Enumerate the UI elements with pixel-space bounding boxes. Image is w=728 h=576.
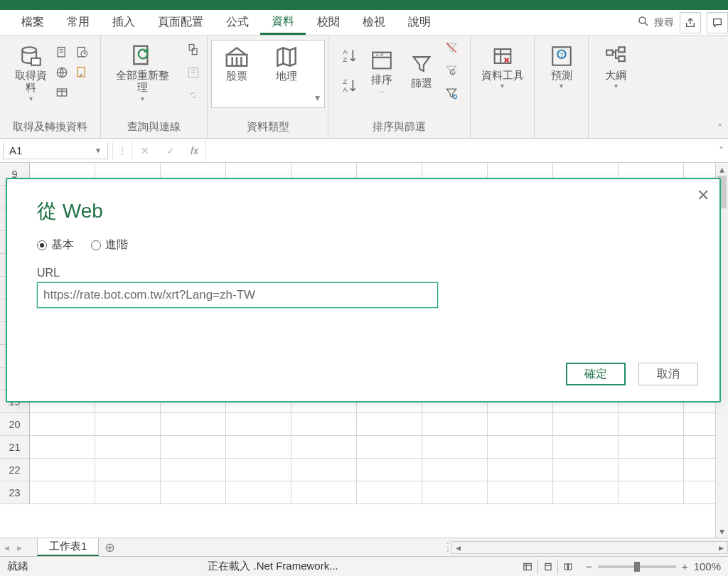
row-header[interactable]: 22 xyxy=(0,459,30,481)
status-ready: 就緒 xyxy=(7,560,28,573)
svg-rect-44 xyxy=(619,47,625,52)
svg-text:A: A xyxy=(343,48,348,55)
svg-point-0 xyxy=(639,17,646,23)
svg-rect-49 xyxy=(545,563,551,570)
data-types-expand[interactable]: ▾ xyxy=(311,41,324,107)
queries-icon[interactable] xyxy=(186,42,201,58)
outline-button[interactable]: 大綱 ▾ xyxy=(598,40,633,92)
filter-button[interactable]: 篩選 xyxy=(404,48,439,92)
tab-formulas[interactable]: 公式 xyxy=(215,10,260,35)
group-label-transform: 取得及轉換資料 xyxy=(13,117,87,137)
group-label-queries: 查詢與連線 xyxy=(127,117,181,137)
view-page-layout-button[interactable] xyxy=(537,560,557,574)
radio-advanced[interactable]: 進階 xyxy=(91,238,128,252)
svg-rect-46 xyxy=(524,563,532,570)
status-bar: 就緒 正在載入 .Net Framework... − + 100% xyxy=(0,556,728,576)
group-label-sortfilter: 排序與篩選 xyxy=(373,117,426,137)
url-label: URL xyxy=(37,267,690,279)
add-sheet-button[interactable]: ⊕ xyxy=(99,540,120,555)
svg-rect-3 xyxy=(31,58,41,65)
tab-review[interactable]: 校閱 xyxy=(306,10,351,35)
svg-rect-15 xyxy=(189,44,194,50)
collapse-ribbon-icon[interactable]: ˄ xyxy=(717,122,722,134)
sheet-nav-prev[interactable]: ◂ xyxy=(0,542,13,553)
svg-text:Z A: Z A xyxy=(375,52,383,58)
advanced-filter-icon[interactable] xyxy=(444,85,459,101)
search-box[interactable]: 搜尋 xyxy=(637,15,674,30)
name-box[interactable]: A1▼ xyxy=(3,142,108,159)
from-table-icon[interactable] xyxy=(54,85,70,100)
sort-desc-icon[interactable]: ZA xyxy=(340,75,360,95)
sort-button[interactable]: Z A 排序 … xyxy=(364,44,400,97)
sheet-tab-bar: ◂ ▸ 工作表1 ⊕ ⋮ ◂▸ xyxy=(0,538,728,556)
tab-home[interactable]: 常用 xyxy=(55,10,101,35)
tab-help[interactable]: 說明 xyxy=(397,10,442,35)
get-data-button[interactable]: 取得資 料 ▾ xyxy=(11,40,51,105)
group-label-datatypes: 資料類型 xyxy=(247,117,289,137)
comments-button[interactable] xyxy=(707,12,728,33)
cancel-formula-icon: ✕ xyxy=(132,139,158,162)
from-web-icon[interactable] xyxy=(54,65,70,80)
zoom-level: 100% xyxy=(694,560,721,572)
existing-connections-icon[interactable] xyxy=(74,65,90,80)
refresh-all-button[interactable]: 全部重新整理 ▾ xyxy=(107,40,178,105)
share-button[interactable] xyxy=(680,12,701,33)
svg-text:Z: Z xyxy=(343,78,347,85)
sheet-nav-next[interactable]: ▸ xyxy=(13,542,26,553)
sort-asc-icon[interactable]: AZ xyxy=(340,46,360,65)
svg-rect-14 xyxy=(134,46,147,64)
expand-formula-bar-icon[interactable]: ˅ xyxy=(714,139,728,162)
forecast-button[interactable]: ? 預測 ▾ xyxy=(544,40,579,92)
svg-text:Z: Z xyxy=(343,55,347,63)
row-header[interactable]: 20 xyxy=(0,413,30,436)
ok-button[interactable]: 確定 xyxy=(566,363,626,385)
view-page-break-button[interactable] xyxy=(557,560,577,574)
data-tools-button[interactable]: 資料工具 ▾ xyxy=(477,40,528,92)
tab-pagelayout[interactable]: 頁面配置 xyxy=(146,10,215,35)
name-box-options[interactable]: ⋮ xyxy=(112,142,132,159)
properties-icon[interactable] xyxy=(186,65,201,80)
svg-point-34 xyxy=(453,95,456,99)
cancel-button[interactable]: 取消 xyxy=(638,363,698,385)
sheet-tab[interactable]: 工作表1 xyxy=(37,538,99,556)
clear-filter-icon[interactable] xyxy=(444,40,459,55)
stocks-button[interactable]: 股票 xyxy=(212,41,262,107)
tab-view[interactable]: 檢視 xyxy=(351,10,397,35)
fx-icon[interactable]: fx xyxy=(183,139,206,162)
svg-text:A: A xyxy=(343,85,348,93)
ribbon-tabs: 檔案 常用 插入 頁面配置 公式 資料 校閱 檢視 說明 搜尋 xyxy=(0,10,728,36)
search-placeholder: 搜尋 xyxy=(654,16,674,29)
url-input[interactable] xyxy=(37,282,438,308)
dialog-title: 從 Web xyxy=(37,198,690,225)
close-icon[interactable]: ✕ xyxy=(697,186,710,205)
view-normal-button[interactable] xyxy=(518,560,537,574)
svg-rect-16 xyxy=(192,48,197,54)
svg-text:?: ? xyxy=(560,50,564,58)
radio-basic[interactable]: 基本 xyxy=(37,238,74,252)
svg-rect-51 xyxy=(564,563,567,569)
status-loading: 正在載入 .Net Framework... xyxy=(208,560,338,572)
tab-data[interactable]: 資料 xyxy=(260,10,306,35)
ribbon: 取得資 料 ▾ 取得及轉換資料 xyxy=(0,36,728,139)
geography-button[interactable]: 地理 xyxy=(262,41,311,107)
edit-links-icon[interactable] xyxy=(186,87,201,103)
svg-rect-52 xyxy=(568,563,571,569)
from-text-csv-icon[interactable] xyxy=(54,45,70,60)
tab-insert[interactable]: 插入 xyxy=(101,10,146,35)
row-header[interactable]: 23 xyxy=(0,481,30,504)
from-web-dialog: ✕ 從 Web 基本 進階 URL 確定 取消 xyxy=(6,178,721,402)
svg-line-1 xyxy=(645,23,648,26)
svg-rect-43 xyxy=(606,50,613,55)
search-icon xyxy=(637,15,650,30)
recent-sources-icon[interactable] xyxy=(74,45,90,60)
svg-rect-45 xyxy=(619,56,625,61)
row-header[interactable]: 21 xyxy=(0,436,30,459)
reapply-icon[interactable] xyxy=(444,63,459,78)
zoom-control[interactable]: − + 100% xyxy=(586,560,721,572)
svg-point-2 xyxy=(22,47,36,53)
tab-file[interactable]: 檔案 xyxy=(10,10,55,35)
horizontal-scrollbar[interactable]: ◂▸ xyxy=(451,541,728,554)
formula-input[interactable] xyxy=(206,139,714,162)
enter-formula-icon: ✓ xyxy=(158,139,183,162)
formula-bar: A1▼ ⋮ ✕ ✓ fx ˅ xyxy=(0,139,728,163)
